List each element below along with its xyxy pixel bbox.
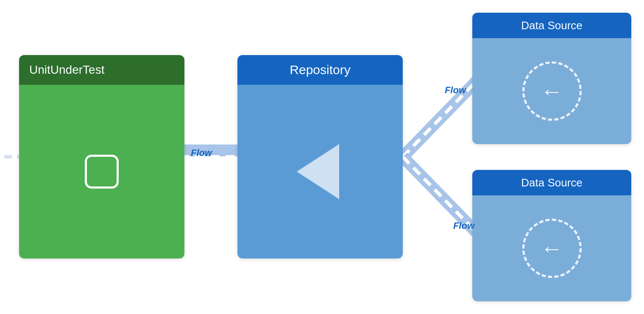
ds-bottom-header-label: Data Source: [521, 176, 583, 189]
diagram-container: UnitUnderTest Repository Data Source ← D…: [0, 0, 644, 314]
triangle-icon: [297, 144, 339, 199]
repo-body: [237, 85, 403, 258]
data-source-bottom-box: Data Source ←: [472, 170, 631, 301]
ds-bottom-arrow-icon: ←: [541, 237, 563, 260]
repo-header: Repository: [237, 55, 403, 85]
repo-header-label: Repository: [290, 63, 350, 77]
unit-under-test-box: UnitUnderTest: [19, 55, 184, 258]
svg-line-3: [403, 78, 479, 157]
unit-header-label: UnitUnderTest: [29, 63, 104, 77]
ds-top-header: Data Source: [472, 13, 631, 38]
repository-box: Repository: [237, 55, 403, 258]
unit-square-icon: [85, 155, 119, 189]
unit-header: UnitUnderTest: [19, 55, 184, 85]
ds-top-header-label: Data Source: [521, 19, 583, 32]
ds-bottom-body: ←: [472, 195, 631, 301]
flow-label-bottom: Flow: [453, 220, 474, 231]
unit-body: [19, 85, 184, 258]
flow-label-top: Flow: [445, 85, 466, 96]
ds-bottom-header: Data Source: [472, 170, 631, 195]
data-source-top-box: Data Source ←: [472, 13, 631, 144]
ds-bottom-circle: ←: [522, 219, 582, 278]
svg-line-4: [403, 78, 479, 157]
flow-label-main: Flow: [191, 147, 212, 158]
ds-top-circle: ←: [522, 61, 582, 121]
ds-top-arrow-icon: ←: [541, 80, 563, 103]
ds-top-body: ←: [472, 38, 631, 144]
